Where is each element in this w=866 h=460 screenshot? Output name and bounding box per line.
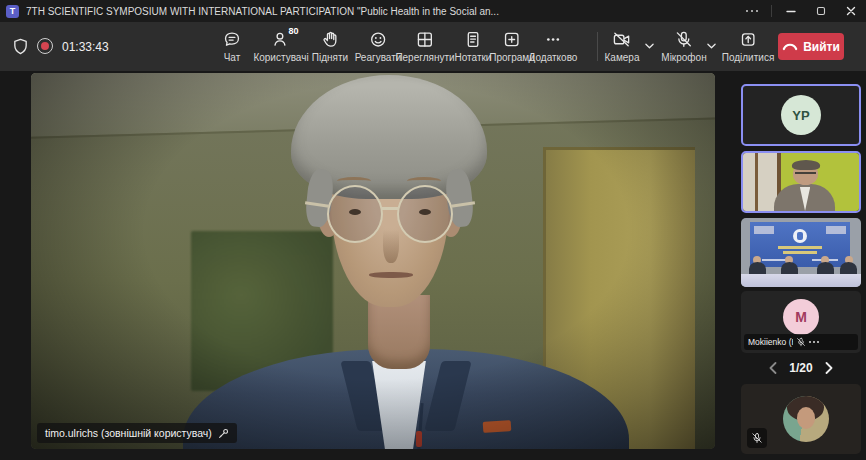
- camera-button[interactable]: Камера: [605, 29, 640, 63]
- react-button[interactable]: Реагувати: [355, 29, 402, 63]
- participant-name-label: Mokiienko (Не ...: [744, 334, 858, 350]
- participant-thumbnail-woman[interactable]: [741, 384, 861, 454]
- meeting-timer: 01:33:43: [62, 40, 109, 54]
- participants-count-badge: 80: [288, 26, 298, 36]
- notes-button[interactable]: Нотатки: [455, 29, 492, 63]
- participants-label: Користувачі: [253, 52, 308, 63]
- leave-button[interactable]: Вийти: [778, 33, 844, 60]
- participants-button[interactable]: 80 Користувачі: [253, 29, 308, 63]
- banner-text-block: [754, 226, 774, 234]
- avatar-initials: YP: [781, 95, 821, 135]
- participant-thumbnail-mokiienko[interactable]: M Mokiienko (Не ...: [741, 291, 861, 353]
- avatar-initials-text: M: [795, 309, 807, 325]
- conference-banner: [750, 222, 850, 267]
- avatar-initials-text: YP: [792, 108, 809, 123]
- mic-muted-icon: [675, 29, 694, 49]
- react-smiley-icon: [369, 29, 388, 49]
- view-label: Переглянути: [395, 52, 454, 63]
- participants-icon: 80: [271, 29, 290, 49]
- participant-hair: [792, 160, 820, 170]
- meeting-stage: timo.ulrichs (зовнішній користувач): [0, 71, 866, 460]
- more-dots-icon: [543, 29, 562, 49]
- notes-label: Нотатки: [455, 52, 492, 63]
- more-dots-icon: [746, 10, 758, 12]
- close-icon: [846, 6, 856, 16]
- banner-emblem: [793, 229, 807, 243]
- chat-icon: [223, 29, 242, 49]
- thumbnail-pagination: 1/20: [741, 357, 861, 379]
- participant-glasses: [795, 172, 816, 174]
- mic-button[interactable]: Мікрофон: [661, 29, 706, 63]
- minimize-button[interactable]: [776, 0, 806, 22]
- camera-label: Камера: [605, 52, 640, 63]
- title-bar: T 7TH SCIENTIFIC SYMPOSIUM WITH INTERNAT…: [0, 0, 866, 22]
- chevron-left-icon[interactable]: [769, 362, 777, 374]
- teams-meeting-window: T 7TH SCIENTIFIC SYMPOSIUM WITH INTERNAT…: [0, 0, 866, 460]
- hangup-phone-icon: [782, 42, 798, 51]
- leave-label: Вийти: [803, 40, 840, 54]
- notes-icon: [463, 29, 482, 49]
- chat-button[interactable]: Чат: [223, 29, 242, 63]
- window-frame: [755, 153, 758, 211]
- participant-more-icon[interactable]: [809, 341, 854, 343]
- view-grid-icon: [416, 29, 435, 49]
- mic-muted-icon: [796, 337, 806, 347]
- chevron-right-icon[interactable]: [825, 362, 833, 374]
- window-controls: [737, 0, 866, 22]
- participant-thumbnail-yp[interactable]: YP: [741, 84, 861, 146]
- banner-text-block: [826, 226, 846, 234]
- meeting-toolbar: 01:33:43 Чат 80 Користувачі Підняти Р: [0, 22, 866, 71]
- participant-thumbnail-conference-room[interactable]: [741, 218, 861, 287]
- speaker-name: timo.ulrichs (зовнішній користувач): [45, 427, 212, 439]
- participant-thumbnail-office-speaker[interactable]: [741, 151, 861, 213]
- mic-muted-icon: [751, 432, 763, 444]
- banner-title-line: [783, 251, 817, 254]
- raise-hand-button[interactable]: Підняти: [312, 29, 348, 63]
- apps-plus-icon: [502, 29, 521, 49]
- share-icon: [739, 29, 758, 49]
- share-button[interactable]: Поділитися: [722, 29, 775, 63]
- teams-logo-icon: T: [6, 5, 19, 18]
- pagination-label: 1/20: [789, 361, 812, 375]
- more-options-button[interactable]: Додатково: [529, 29, 578, 63]
- minimize-icon: [786, 6, 796, 16]
- avatar-initials: M: [783, 299, 819, 335]
- main-speaker-video[interactable]: timo.ulrichs (зовнішній користувач): [31, 73, 715, 449]
- chat-label: Чат: [224, 52, 241, 63]
- photo-avatar: [783, 396, 829, 442]
- share-label: Поділитися: [722, 52, 775, 63]
- raise-hand-label: Підняти: [312, 52, 348, 63]
- avatar-face: [797, 407, 815, 429]
- raise-hand-icon: [320, 29, 339, 49]
- view-button[interactable]: Переглянути: [395, 29, 454, 63]
- mic-muted-badge: [747, 428, 767, 448]
- shield-icon: [12, 38, 29, 55]
- recording-indicator-icon: [37, 38, 53, 54]
- window-more-button[interactable]: [737, 0, 767, 22]
- window-controls-divider: [771, 5, 772, 17]
- video-vignette: [31, 73, 715, 449]
- mic-label: Мікрофон: [661, 52, 706, 63]
- banner-title-line: [778, 246, 822, 249]
- speaker-name-pill: timo.ulrichs (зовнішній користувач): [37, 423, 237, 443]
- more-options-label: Додатково: [529, 52, 578, 63]
- toolbar-divider: [597, 32, 598, 61]
- mic-options-chevron[interactable]: [704, 38, 718, 54]
- react-label: Реагувати: [355, 52, 402, 63]
- conference-table: [741, 274, 861, 287]
- camera-options-chevron[interactable]: [642, 38, 656, 54]
- pin-icon[interactable]: [218, 428, 229, 439]
- maximize-icon: [816, 6, 826, 16]
- camera-off-icon: [612, 29, 632, 49]
- window-title: 7TH SCIENTIFIC SYMPOSIUM WITH INTERNATIO…: [26, 6, 499, 17]
- maximize-button[interactable]: [806, 0, 836, 22]
- close-button[interactable]: [836, 0, 866, 22]
- participant-name: Mokiienko (Не ...: [748, 337, 793, 347]
